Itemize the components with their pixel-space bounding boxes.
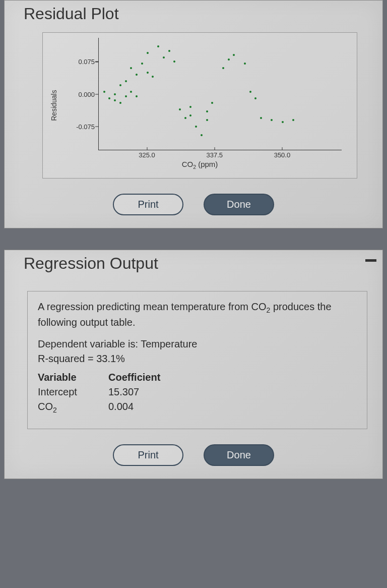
- scatter-point: [233, 54, 235, 56]
- scatter-point: [114, 99, 116, 101]
- y-tick-label: -0.075: [71, 123, 95, 130]
- x-axis-label: CO2 (ppm): [182, 160, 218, 170]
- table-header-row: Variable Coefficient: [38, 370, 357, 385]
- scatter-point: [130, 91, 132, 93]
- x-tick-label: 350.0: [274, 151, 291, 159]
- scatter-point: [184, 117, 186, 119]
- plot-button-row: Print Done: [5, 194, 382, 215]
- scatter-point: [201, 134, 203, 136]
- scatter-point: [244, 63, 246, 65]
- cell-intercept-coef: 15.307: [108, 385, 139, 399]
- residual-plot-title: Residual Plot: [5, 1, 382, 32]
- scatter-point: [228, 58, 230, 61]
- scatter-point: [108, 97, 110, 99]
- scatter-point: [292, 119, 294, 121]
- x-tick-label: 337.5: [206, 151, 223, 159]
- residual-scatter-plot: Residuals CO2 (ppm) -0.0750.0000.075325.…: [42, 32, 357, 179]
- r-squared-line: R-squared = 33.1%: [38, 351, 357, 366]
- y-tick-label: 0.000: [71, 90, 95, 98]
- section-gap: [0, 239, 387, 250]
- scatter-point: [249, 91, 251, 93]
- scatter-point: [163, 56, 165, 58]
- scatter-point: [147, 52, 149, 54]
- scatter-point: [157, 45, 159, 47]
- done-button[interactable]: Done: [204, 194, 274, 215]
- scatter-point: [173, 61, 175, 63]
- print-button[interactable]: Print: [113, 444, 183, 466]
- scatter-point: [168, 50, 170, 52]
- scatter-point: [195, 126, 197, 128]
- scatter-point: [136, 95, 138, 97]
- regression-output-card: Regression Output A regression predictin…: [4, 250, 383, 479]
- done-button[interactable]: Done: [204, 444, 274, 466]
- scatter-point: [179, 108, 181, 110]
- scatter-point: [103, 91, 105, 93]
- scatter-point: [222, 67, 224, 69]
- scatter-point: [282, 121, 284, 123]
- scatter-point: [136, 74, 138, 76]
- regression-output-title: Regression Output: [5, 250, 382, 282]
- regression-intro-text: A regression predicting mean temperature…: [38, 300, 357, 330]
- minimize-icon[interactable]: [365, 259, 376, 262]
- header-coefficient: Coefficient: [108, 370, 160, 385]
- scatter-point: [125, 95, 127, 97]
- scatter-point: [114, 93, 116, 95]
- scatter-point: [254, 97, 256, 99]
- scatter-point: [125, 80, 127, 82]
- y-axis-label: Residuals: [50, 90, 58, 121]
- dependent-variable-line: Dependent variable is: Temperature: [38, 337, 357, 351]
- scatter-point: [206, 119, 208, 121]
- print-button[interactable]: Print: [113, 194, 183, 215]
- scatter-point: [147, 72, 149, 74]
- table-row: Intercept 15.307: [38, 385, 357, 399]
- regression-output-box: A regression predicting mean temperature…: [27, 291, 367, 429]
- header-variable: Variable: [38, 370, 108, 385]
- scatter-point: [141, 63, 143, 65]
- residual-plot-card: Residual Plot Residuals CO2 (ppm) -0.075…: [4, 0, 383, 228]
- coefficient-table: Variable Coefficient Intercept 15.307 CO…: [38, 370, 357, 415]
- y-tick-label: 0.075: [71, 58, 95, 66]
- cell-co2-coef: 0.004: [108, 399, 134, 415]
- scatter-point: [119, 102, 121, 104]
- scatter-point: [130, 67, 132, 69]
- scatter-point: [152, 76, 154, 78]
- scatter-point: [260, 117, 262, 119]
- scatter-point: [206, 110, 208, 112]
- table-row: CO2 0.004: [38, 399, 357, 415]
- scatter-point: [211, 102, 213, 104]
- scatter-point: [271, 119, 273, 121]
- x-tick-label: 325.0: [139, 151, 155, 159]
- cell-intercept-label: Intercept: [38, 385, 108, 399]
- output-button-row: Print Done: [5, 444, 382, 466]
- scatter-point: [119, 84, 121, 86]
- cell-co2-label: CO2: [38, 399, 108, 415]
- scatter-point: [189, 106, 191, 108]
- scatter-point: [189, 114, 191, 116]
